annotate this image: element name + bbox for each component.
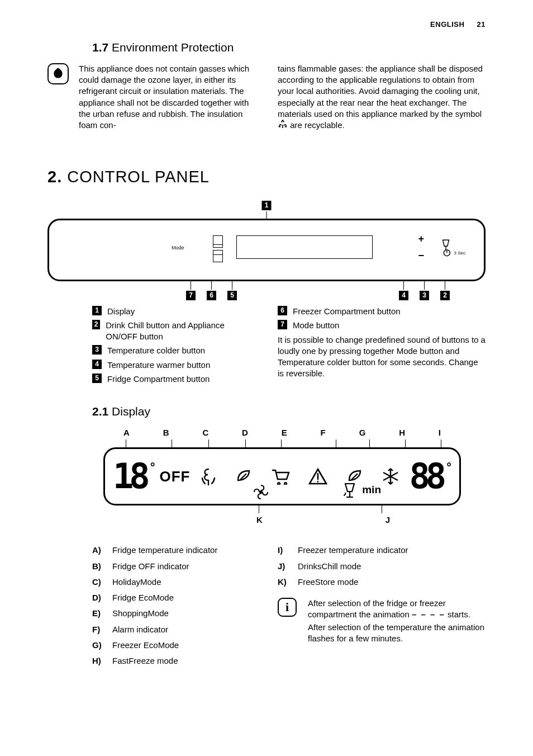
shopping-icon (271, 468, 290, 485)
letter-E: E (282, 427, 287, 438)
mode-label: Mode (172, 244, 184, 251)
plus-icon: + (418, 232, 424, 245)
ak-left-column: A)Fridge temperature indicator B)Fridge … (47, 545, 255, 671)
letter-J: J (386, 514, 390, 526)
letter-I: I (439, 427, 441, 438)
callout-5: 5 (227, 280, 237, 300)
legend-paragraph: It is possible to change predefined soun… (278, 334, 486, 380)
display-diagram: A B C D E F G H I 18 ° OFF (103, 427, 486, 526)
env-paragraph-left: This appliance does not contain gasses w… (79, 63, 255, 131)
fridge-compartment-icon (213, 235, 223, 248)
page-header: ENGLISH 21 (47, 20, 486, 30)
legend-left-column: 1Display 2Drink Chill button and Applian… (47, 306, 255, 388)
callout-4: 4 (399, 280, 408, 300)
section-2-heading: 2. CONTROL PANEL (47, 166, 486, 188)
info-icon: i (278, 598, 297, 617)
letter-F: F (321, 427, 326, 438)
letter-D: D (242, 427, 248, 438)
off-indicator: OFF (159, 467, 190, 486)
recycle-icon (278, 120, 288, 133)
letter-H: H (399, 427, 405, 438)
section-1-7-heading: 1.7 Environment Protection (92, 40, 486, 55)
letter-K: K (256, 514, 263, 526)
callout-2: 2 (440, 280, 450, 300)
env-paragraph-right: tains flammable gases: the appliance sha… (278, 63, 486, 133)
animation-dashes: – – – – (412, 609, 445, 619)
degree-icon-2: ° (446, 459, 451, 476)
drink-chill-power-icon: 3 Sec (440, 239, 465, 257)
min-indicator: min (362, 483, 381, 497)
letter-A: A (123, 427, 130, 438)
callout-1: 1 (262, 201, 272, 220)
panel-display-window (236, 235, 373, 259)
eco-leaf-icon (47, 63, 69, 84)
letter-C: C (202, 427, 208, 438)
letter-B: B (163, 427, 169, 438)
holiday-icon (200, 467, 217, 486)
letter-G: G (359, 427, 366, 438)
fridge-temp-segments: 18 (113, 459, 146, 494)
info-text: After selection of the fridge or freezer… (308, 598, 486, 644)
control-panel-diagram: 1 Mode + − 3 Sec 7 6 5 4 3 2 (47, 203, 486, 298)
minus-icon: − (418, 249, 424, 262)
fridge-eco-icon (235, 468, 252, 485)
drinkschill-icon (342, 483, 358, 500)
callout-7: 7 (186, 280, 196, 300)
ak-right-column: I)Freezer temperature indicator J)Drinks… (278, 545, 486, 671)
section-2-1-heading: 2.1 Display (92, 404, 486, 419)
alarm-icon (308, 467, 327, 485)
freezer-temp-segments: 88 (410, 459, 442, 494)
callout-3: 3 (420, 280, 429, 300)
degree-icon: ° (150, 459, 155, 476)
legend-right-column: 6Freezer Compartment button 7Mode button… (278, 306, 486, 388)
page-number: 21 (477, 20, 486, 29)
freestore-fan-icon (253, 484, 269, 500)
lang-label: ENGLISH (430, 20, 464, 29)
fastfreeze-icon (382, 467, 399, 485)
callout-6: 6 (207, 280, 216, 300)
freezer-compartment-icon (213, 250, 223, 262)
